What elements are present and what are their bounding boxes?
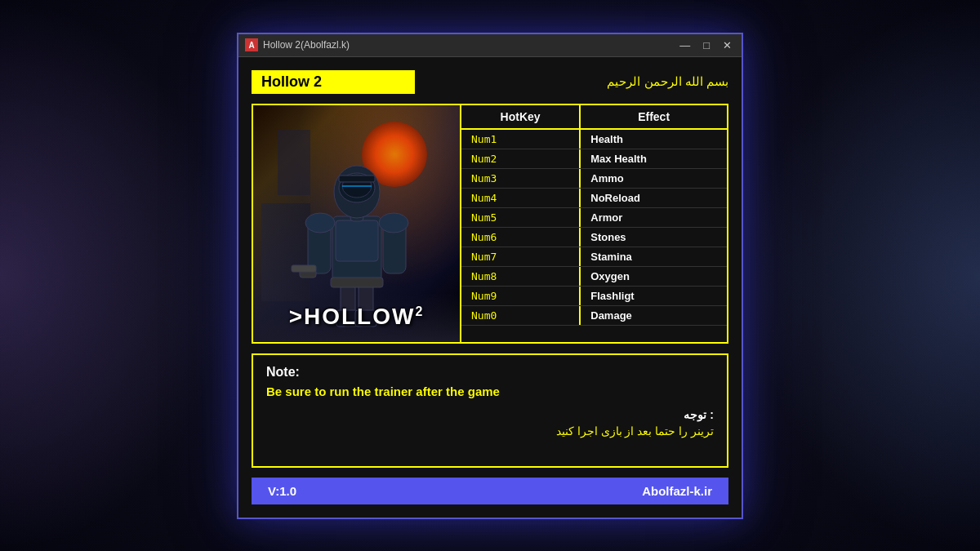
footer: V:1.0 Abolfazl-k.ir: [252, 478, 728, 504]
table-row: Num3Ammo: [461, 169, 727, 189]
hotkey-cell: Num7: [461, 247, 581, 266]
app-icon-label: A: [248, 41, 254, 50]
hotkey-cell: Num0: [461, 306, 581, 325]
game-title: Hollow 2: [252, 70, 415, 94]
note-section: Note: Be sure to run the trainer after t…: [252, 353, 728, 468]
effect-cell: Damage: [581, 306, 727, 325]
effect-cell: Stamina: [581, 247, 727, 266]
table-row: Num4NoReload: [461, 189, 727, 208]
hotkey-cell: Num9: [461, 287, 581, 305]
svg-point-17: [379, 213, 408, 233]
svg-rect-6: [331, 278, 383, 287]
svg-rect-10: [292, 265, 316, 272]
hotkey-cell: Num2: [461, 149, 581, 168]
table-row: Num2Max Health: [461, 149, 727, 169]
content-area: Hollow 2 بسم الله الرحمن الرحیم: [238, 57, 742, 518]
svg-point-16: [305, 213, 335, 233]
character-figure: [283, 127, 430, 334]
hotkey-cell: Num3: [461, 169, 581, 188]
table-row: Num8Oxygen: [461, 267, 727, 287]
svg-rect-15: [339, 176, 375, 182]
arabic-title: بسم الله الرحمن الرحیم: [607, 74, 728, 89]
note-arabic-text: ترینر را حتما بعد از بازی اجرا کنید: [266, 424, 714, 438]
bg-decoration-right: [751, 0, 980, 551]
table-row: Num5Armor: [461, 208, 727, 228]
bg-decoration-left: [0, 0, 229, 551]
effect-cell: Flashligt: [581, 287, 727, 305]
hotkey-cell: Num1: [461, 130, 581, 149]
effect-column-header: Effect: [581, 105, 727, 128]
effect-cell: Armor: [581, 208, 727, 227]
effect-cell: Health: [581, 130, 727, 149]
note-english-text: Be sure to run the trainer after the gam…: [266, 384, 714, 398]
header-row: Hollow 2 بسم الله الرحمن الرحیم: [252, 70, 728, 94]
game-logo-overlay: >HOLLOW2: [253, 304, 460, 330]
website-label: Abolfazl-k.ir: [642, 484, 712, 498]
character-svg: [283, 127, 430, 331]
hotkey-cell: Num5: [461, 208, 581, 227]
titlebar-controls: — □ ✕: [676, 39, 735, 51]
table-header: HotKey Effect: [461, 105, 727, 130]
table-row: Num9Flashligt: [461, 287, 727, 306]
game-logo-text: >HOLLOW2: [253, 304, 460, 330]
main-panel: >HOLLOW2 HotKey Effect Num1HealthNum2Max…: [252, 104, 728, 344]
titlebar: A Hollow 2(Abolfazl.k) — □ ✕: [238, 34, 742, 57]
hotkey-cell: Num6: [461, 228, 581, 247]
close-button[interactable]: ✕: [719, 39, 735, 51]
note-title: Note:: [266, 365, 714, 380]
table-row: Num1Health: [461, 130, 727, 149]
note-arabic-label: : توجه: [266, 408, 714, 421]
effect-cell: Ammo: [581, 169, 727, 188]
table-row: Num6Stones: [461, 228, 727, 247]
table-rows: Num1HealthNum2Max HealthNum3AmmoNum4NoRe…: [461, 130, 727, 342]
table-row: Num0Damage: [461, 306, 727, 326]
svg-rect-5: [336, 220, 378, 261]
logo-arrow: >: [289, 304, 304, 329]
hotkey-cell: Num8: [461, 267, 581, 286]
effect-cell: Oxygen: [581, 267, 727, 286]
effect-cell: NoReload: [581, 189, 727, 207]
table-row: Num7Stamina: [461, 247, 727, 267]
minimize-button[interactable]: —: [676, 39, 693, 51]
version-label: V:1.0: [268, 484, 296, 498]
main-window: A Hollow 2(Abolfazl.k) — □ ✕ Hollow 2 بس…: [237, 33, 743, 519]
game-image: >HOLLOW2: [253, 105, 461, 342]
effect-cell: Stones: [581, 228, 727, 247]
effect-cell: Max Health: [581, 149, 727, 168]
titlebar-left: A Hollow 2(Abolfazl.k): [245, 38, 350, 51]
window-title: Hollow 2(Abolfazl.k): [263, 39, 350, 51]
maximize-button[interactable]: □: [700, 39, 713, 51]
hotkey-column-header: HotKey: [461, 105, 581, 128]
hotkey-cell: Num4: [461, 189, 581, 207]
hotkey-panel: HotKey Effect Num1HealthNum2Max HealthNu…: [461, 105, 727, 342]
app-icon: A: [245, 38, 258, 51]
